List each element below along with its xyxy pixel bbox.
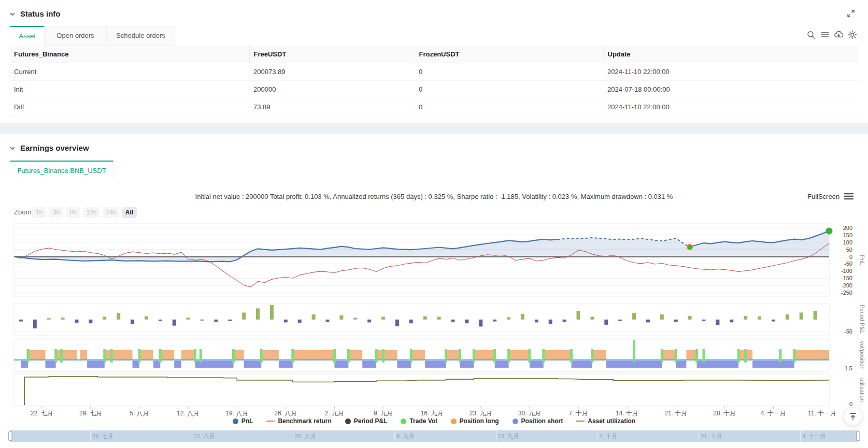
period-pnl-bar	[47, 318, 51, 320]
chart-menu-icon[interactable]	[844, 192, 854, 202]
x-axis-label: 21. 十月	[664, 410, 687, 417]
zoom-option-all[interactable]: All	[122, 207, 137, 218]
col-header-account: Futures_Binance	[10, 46, 249, 63]
trade-vol-bar	[661, 349, 663, 363]
zoom-option-12h[interactable]: 12h	[83, 207, 99, 218]
period-pnl-bar	[758, 316, 761, 320]
tab-futures-binance-bnb-usdt[interactable]: Futures_Binance.BNB_USDT	[10, 161, 113, 180]
legend-swatch	[451, 418, 457, 424]
position-long-band	[105, 350, 133, 360]
x-axis-label: 30. 九月	[518, 410, 541, 417]
trade-vol-bar	[793, 349, 795, 363]
tab-open-orders[interactable]: Open orders	[45, 26, 106, 46]
navigator-tick	[699, 430, 699, 442]
chart-navigator[interactable]: 29. 七月12. 八月26. 八月9. 九月23. 九月7. 十月21. 十月…	[10, 430, 858, 442]
fullscreen-button[interactable]: FullScreen	[807, 193, 839, 200]
period-pnl-bar	[145, 316, 148, 320]
y-axis-title: PnL	[859, 255, 865, 265]
zoom-option-24h[interactable]: 24h	[103, 207, 119, 218]
symbol-tab-label: Futures_Binance.BNB_USDT	[17, 167, 106, 175]
menu-icon[interactable]	[820, 30, 831, 40]
tab-asset[interactable]: Asset	[10, 26, 45, 46]
position-short-band	[460, 361, 474, 368]
panel-border	[14, 374, 829, 406]
trade-vol-bar	[591, 349, 593, 363]
navigator-label: 21. 十月	[701, 432, 721, 440]
y-axis-tick-label: -100	[841, 268, 852, 274]
period-pnl-bar	[312, 314, 316, 320]
search-icon[interactable]	[806, 30, 817, 40]
position-long-band	[376, 350, 397, 360]
x-axis-label: 5. 八月	[130, 410, 149, 417]
period-pnl-bar	[549, 320, 552, 324]
legend-label: Position long	[460, 417, 499, 425]
period-pnl-bar	[256, 308, 260, 320]
collapse-chevron-icon[interactable]	[9, 11, 16, 17]
zoom-label: Zoom	[14, 208, 31, 216]
navigator-tick	[192, 430, 192, 442]
legend-item[interactable]: Benchmark return	[266, 417, 331, 425]
legend-swatch	[345, 418, 351, 424]
position-short-band	[495, 361, 509, 368]
settings-gear-icon[interactable]	[848, 30, 858, 40]
position-long-band	[348, 350, 362, 360]
position-long-band	[293, 350, 335, 360]
legend-swatch	[401, 418, 406, 424]
trade-vol-bar	[194, 349, 196, 363]
position-long-band	[160, 350, 174, 360]
period-pnl-bar	[173, 320, 176, 326]
table-row-current: Current 200073.89 0 2024-11-10 22:00:00	[10, 63, 858, 80]
back-to-top-button[interactable]	[844, 407, 862, 426]
position-long-band	[80, 350, 87, 360]
legend-item[interactable]: Position short	[513, 417, 563, 425]
x-axis-label: 12. 八月	[177, 410, 200, 417]
row-label-init: Init	[10, 80, 249, 98]
period-pnl-bar	[423, 316, 427, 320]
tab-schedule-orders[interactable]: Schedule orders	[106, 26, 175, 46]
navigator-handle-right[interactable]	[856, 431, 860, 441]
trade-vol-bar	[54, 349, 57, 363]
period-pnl-bar	[493, 320, 496, 322]
status-info-card: Status info Asset Open orders Schedule o…	[0, 0, 868, 123]
legend-item[interactable]: Trade Vol	[401, 417, 437, 425]
zoom-option-3h[interactable]: 3h	[49, 207, 63, 218]
period-pnl-bar	[201, 320, 204, 321]
x-axis-label: 26. 八月	[274, 410, 297, 417]
period-pnl-bar	[632, 313, 636, 320]
period-pnl-bar	[117, 313, 120, 320]
row-label-diff: Diff	[10, 98, 249, 115]
col-header-frozen: FrozenUSDT	[415, 46, 603, 63]
legend-swatch	[266, 421, 275, 422]
period-pnl-bar	[214, 320, 218, 322]
collapse-chevron-icon[interactable]	[9, 145, 16, 151]
legend-item[interactable]: Asset utilization	[576, 417, 635, 425]
x-axis-label: 14. 十月	[616, 410, 638, 417]
expand-icon[interactable]	[847, 9, 857, 20]
legend-item[interactable]: PnL	[233, 417, 253, 425]
legend-label: Trade Vol	[409, 417, 437, 425]
legend-item[interactable]: Position long	[451, 417, 499, 425]
cell-free-current: 200073.89	[249, 63, 415, 80]
zoom-option-8h[interactable]: 8h	[66, 207, 80, 218]
position-long-band	[509, 350, 530, 360]
utilization-line	[24, 377, 829, 405]
period-pnl-bar	[131, 320, 134, 324]
position-long-band	[139, 350, 153, 360]
position-long-band	[411, 350, 425, 360]
legend-item[interactable]: Period P&L	[345, 417, 388, 425]
position-short-band	[244, 361, 262, 368]
table-row-diff: Diff 73.89 0 2024-11-10 22:00:00	[10, 98, 858, 115]
earnings-chart: 200150100500-50-100-150-200-250-50-1.50P…	[0, 220, 868, 420]
cell-update-current: 2024-11-10 22:00:00	[603, 63, 858, 80]
period-pnl-bar	[367, 320, 371, 322]
cloud-download-icon[interactable]	[834, 30, 844, 40]
cell-update-init: 2024-07-18 00:00:00	[603, 80, 858, 98]
navigator-handle-left[interactable]	[8, 431, 12, 441]
y-axis-title: Period P&L	[859, 305, 865, 334]
x-axis-label: 16. 九月	[421, 410, 444, 417]
legend-swatch	[233, 418, 238, 424]
zoom-option-1h[interactable]: 1h	[32, 207, 46, 218]
position-short-band	[174, 361, 181, 368]
row-label-current[interactable]: Current	[10, 63, 249, 80]
pnl-marker	[687, 244, 692, 250]
